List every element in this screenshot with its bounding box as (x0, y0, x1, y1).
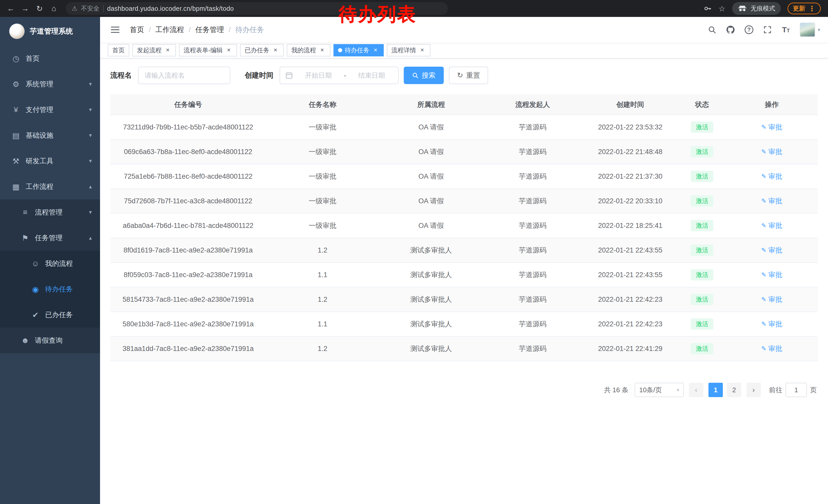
cell-id: a6aba0a4-7b6d-11ec-b781-acde48001122 (110, 213, 266, 238)
approve-link[interactable]: ✎审批 (761, 270, 782, 279)
tag-item[interactable]: 发起流程× (132, 44, 176, 56)
chevron-down-icon: ▾ (89, 81, 92, 87)
cell-process: 测试多审批人 (379, 312, 483, 336)
address-bar[interactable]: ⚠ 不安全 dashboard.yudao.iocoder.cn/bpm/tas… (66, 2, 448, 15)
tag-item[interactable]: 流程详情× (387, 44, 430, 56)
page-button[interactable]: 1 (708, 383, 723, 397)
cell-starter: 芋道源码 (483, 238, 582, 263)
search-button[interactable]: 搜索 (404, 67, 444, 84)
tag-item[interactable]: 首页 (108, 44, 129, 56)
sidebar-item-devtools[interactable]: ⚒研发工具▾ (0, 148, 100, 174)
sidebar-item-task-mgmt[interactable]: ⚑任务管理▴ (0, 225, 100, 251)
date-range-picker[interactable]: 开始日期 - 结束日期 (280, 67, 399, 84)
bookmark-star-icon[interactable]: ☆ (718, 4, 726, 13)
tag-label: 发起流程 (137, 46, 162, 54)
close-icon[interactable]: × (419, 47, 426, 54)
tag-item[interactable]: 我的流程× (287, 44, 330, 56)
close-icon[interactable]: × (164, 47, 171, 54)
goto-page-input[interactable] (785, 383, 807, 397)
cell-action: ✎审批 (726, 287, 818, 312)
hamburger-icon[interactable] (108, 24, 123, 35)
close-icon[interactable]: × (319, 47, 326, 54)
sidebar-item-done-task[interactable]: ✔已办任务 (0, 302, 100, 328)
status-badge: 激活 (691, 269, 713, 280)
sidebar-item-my-process[interactable]: ☺我的流程 (0, 251, 100, 276)
cell-created: 2022-01-22 23:53:32 (582, 115, 678, 139)
help-icon[interactable]: ? (740, 20, 758, 39)
tag-item[interactable]: 待办任务× (333, 44, 384, 56)
sidebar-item-process-mgmt[interactable]: ≡流程管理▾ (0, 199, 100, 225)
cell-id: 580e1b3d-7ac8-11ec-a9e2-a2380e71991a (110, 312, 266, 336)
tag-item[interactable]: 流程表单-编辑× (179, 44, 237, 56)
sidebar-item-infra[interactable]: ▤基础设施▾ (0, 123, 100, 148)
approve-link[interactable]: ✎审批 (761, 245, 782, 255)
sidebar-item-workflow[interactable]: ▦工作流程▴ (0, 174, 100, 199)
status-badge: 激活 (691, 146, 713, 157)
font-size-icon[interactable]: TT (777, 20, 795, 39)
approve-link[interactable]: ✎审批 (761, 147, 782, 156)
update-button[interactable]: 更新 ⋮ (787, 3, 821, 14)
breadcrumb-item[interactable]: 任务管理 (196, 25, 224, 35)
breadcrumb-item[interactable]: 工作流程 (156, 25, 184, 35)
sidebar-item-home[interactable]: ◷首页 (0, 46, 100, 71)
cell-status: 激活 (678, 263, 726, 287)
approve-link[interactable]: ✎审批 (761, 344, 782, 353)
user-avatar[interactable]: ▾ (800, 22, 820, 37)
warning-icon: ⚠ (72, 5, 78, 12)
status-badge: 激活 (691, 122, 713, 133)
github-icon[interactable] (722, 20, 739, 39)
forward-icon[interactable]: → (18, 2, 32, 15)
close-icon[interactable]: × (225, 47, 233, 54)
search-icon[interactable] (703, 20, 721, 39)
active-dot (338, 48, 342, 52)
tag-item[interactable]: 已办任务× (240, 44, 284, 56)
close-icon[interactable]: × (272, 47, 279, 54)
sidebar-item-todo-task[interactable]: ◉待办任务 (0, 276, 100, 302)
table-row: 8f059c03-7ac8-11ec-a9e2-a2380e71991a1.1测… (110, 263, 818, 287)
column-header: 所属流程 (379, 94, 483, 115)
prev-page-button[interactable]: ‹ (689, 383, 703, 397)
cell-created: 2022-01-22 21:48:48 (582, 139, 678, 164)
browser-menu-icon[interactable]: ⋮ (808, 4, 816, 13)
approve-link[interactable]: ✎审批 (761, 123, 782, 132)
breadcrumb-item[interactable]: 首页 (130, 25, 144, 35)
reset-button[interactable]: ↻ 重置 (449, 67, 488, 84)
pen-icon: ✎ (761, 173, 767, 180)
sidebar-item-leave-query[interactable]: ☻请假查询 (0, 328, 100, 353)
table-row: 069c6a63-7b8a-11ec-8ef0-acde48001122一级审批… (110, 139, 818, 164)
table-row: a6aba0a4-7b6d-11ec-b781-acde48001122一级审批… (110, 213, 818, 238)
logo-avatar (9, 24, 25, 39)
approve-link[interactable]: ✎审批 (761, 319, 782, 329)
start-date-placeholder: 开始日期 (297, 71, 340, 80)
status-badge: 激活 (691, 220, 713, 231)
home-icon[interactable]: ⌂ (47, 2, 60, 15)
logo-row[interactable]: 芋道管理系统 (0, 17, 100, 46)
cell-created: 2022-01-21 22:42:23 (582, 287, 678, 312)
column-header: 创建时间 (582, 94, 678, 115)
cell-starter: 芋道源码 (483, 139, 582, 164)
sidebar: 芋道管理系统 ◷首页⚙系统管理▾¥支付管理▾▤基础设施▾⚒研发工具▾▦工作流程▴… (0, 17, 100, 504)
content: 流程名 创建时间 开始日期 - 结束日期 搜索 (100, 58, 828, 504)
refresh-icon[interactable]: ↻ (33, 2, 46, 15)
cell-action: ✎审批 (726, 139, 818, 164)
approve-link[interactable]: ✎审批 (761, 196, 782, 205)
page-size-select[interactable]: 10条/页 ▾ (634, 383, 684, 397)
approve-link[interactable]: ✎审批 (761, 295, 782, 304)
approve-label: 审批 (769, 196, 782, 205)
sidebar-item-payment[interactable]: ¥支付管理▾ (0, 97, 100, 123)
calendar-icon (285, 72, 293, 79)
close-icon[interactable]: × (372, 47, 379, 54)
page-button[interactable]: 2 (727, 383, 741, 397)
back-icon[interactable]: ← (4, 2, 17, 15)
key-icon[interactable] (704, 4, 712, 12)
process-name-input[interactable] (138, 67, 230, 84)
approve-link[interactable]: ✎审批 (761, 221, 782, 230)
sidebar-item-system[interactable]: ⚙系统管理▾ (0, 71, 100, 97)
cell-name: 一级审批 (266, 115, 379, 139)
fullscreen-icon[interactable] (759, 20, 776, 39)
cell-status: 激活 (678, 336, 726, 361)
end-date-placeholder: 结束日期 (350, 71, 393, 80)
next-page-button[interactable]: › (746, 383, 761, 397)
approve-link[interactable]: ✎审批 (761, 172, 782, 181)
cell-id: 725a1eb6-7b88-11ec-8ef0-acde48001122 (110, 164, 266, 189)
